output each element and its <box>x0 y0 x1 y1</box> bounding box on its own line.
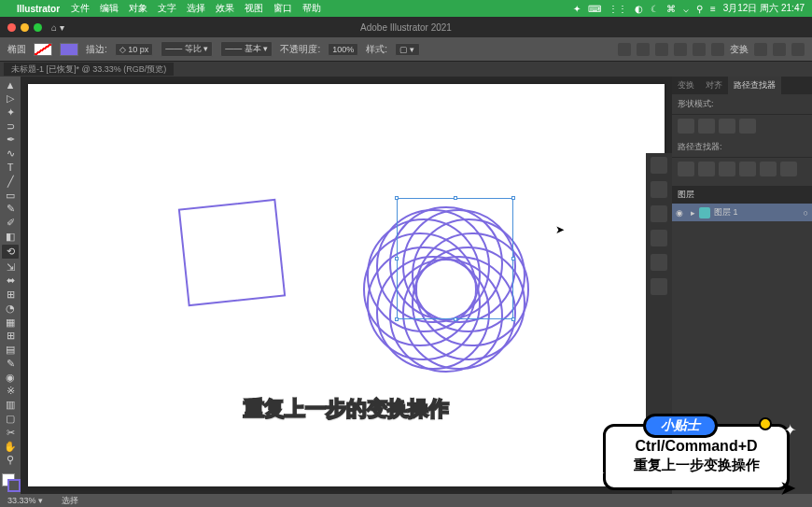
rectangle-tool[interactable]: ▭ <box>1 189 20 202</box>
mesh-tool[interactable]: ⊞ <box>1 330 20 343</box>
panel-icon[interactable] <box>651 181 667 198</box>
tab-transform[interactable]: 变换 <box>672 77 700 94</box>
brush-select[interactable]: —— 基本 ▾ <box>220 41 273 57</box>
window-close-icon[interactable] <box>7 23 16 32</box>
artboard-tool[interactable]: ▢ <box>1 413 20 426</box>
menu-window[interactable]: 窗口 <box>273 2 292 15</box>
app-name[interactable]: Illustrator <box>17 4 60 14</box>
blend-tool[interactable]: ◉ <box>1 371 20 384</box>
pen-tool[interactable]: ✒ <box>1 134 20 147</box>
moon-icon[interactable]: ☾ <box>651 4 659 14</box>
artboard[interactable]: ➤ 重复上一步的变换操作 <box>28 84 665 486</box>
layer-name[interactable]: 图层 1 <box>714 206 738 218</box>
tab-align[interactable]: 对齐 <box>700 77 728 94</box>
minus-front-button[interactable] <box>698 119 715 134</box>
opacity-input[interactable]: 100% <box>328 43 358 56</box>
shape-builder-tool[interactable]: ◔ <box>1 302 20 315</box>
graph-tool[interactable]: ▥ <box>1 399 20 412</box>
magic-wand-tool[interactable]: ✦ <box>1 106 20 120</box>
align-button[interactable] <box>655 43 668 56</box>
rectangle-shape[interactable] <box>178 199 286 306</box>
selection-tool[interactable]: ▲ <box>1 78 20 92</box>
wifi-icon[interactable]: ⌵ <box>683 4 689 14</box>
stroke-swatch[interactable] <box>60 43 78 56</box>
eraser-tool[interactable]: ◧ <box>1 230 20 243</box>
menu-object[interactable]: 对象 <box>129 2 147 15</box>
scale-tool[interactable]: ⇲ <box>1 261 20 274</box>
align-button[interactable] <box>618 43 631 56</box>
unite-button[interactable] <box>678 119 694 134</box>
search-icon[interactable]: ⚲ <box>696 4 703 14</box>
zoom-level[interactable]: 33.33% ▾ <box>7 496 43 505</box>
outline-button[interactable] <box>760 162 777 176</box>
shaper-tool[interactable]: ✐ <box>1 217 20 230</box>
home-icon[interactable]: ⌂ ▾ <box>51 22 64 33</box>
divide-button[interactable] <box>678 162 694 176</box>
menu-file[interactable]: 文件 <box>71 2 90 15</box>
tip-callout: ✦ ✦ 小贴士 Ctrl/Command+D 重复上一步变换操作 ➤ <box>603 424 790 490</box>
width-tool[interactable]: ⬌ <box>1 275 20 288</box>
align-button[interactable] <box>693 43 706 56</box>
misc-button[interactable] <box>773 43 786 56</box>
fill-swatch[interactable] <box>34 43 52 56</box>
selection-bounding-box[interactable] <box>397 198 513 319</box>
expand-icon[interactable]: ▸ <box>691 208 695 218</box>
fill-stroke-control[interactable] <box>0 472 21 492</box>
lasso-tool[interactable]: ⊃ <box>1 120 20 133</box>
crop-button[interactable] <box>739 162 756 176</box>
menu-help[interactable]: 帮助 <box>302 2 321 15</box>
panel-icon[interactable] <box>651 278 667 295</box>
date-time[interactable]: 3月12日 周六 21:47 <box>723 2 805 15</box>
transform-label[interactable]: 变换 <box>730 43 749 56</box>
line-tool[interactable]: ╱ <box>1 175 20 188</box>
intersect-button[interactable] <box>719 119 735 134</box>
brush-tool[interactable]: ✎ <box>1 203 20 216</box>
stroke-weight-input[interactable]: ◇ 10 px <box>115 43 154 56</box>
menu-select[interactable]: 选择 <box>187 2 205 15</box>
panel-icon[interactable] <box>651 157 667 174</box>
menu-effect[interactable]: 效果 <box>216 2 234 15</box>
align-button[interactable] <box>711 43 724 56</box>
misc-button[interactable] <box>791 43 805 56</box>
layer-row[interactable]: ◉ ▸ 图层 1 ○ <box>672 204 812 221</box>
profile-select[interactable]: —— 等比 ▾ <box>161 41 213 57</box>
trim-button[interactable] <box>698 162 715 176</box>
gradient-tool[interactable]: ▤ <box>1 344 20 357</box>
minus-back-button[interactable] <box>780 162 797 176</box>
eyedropper-tool[interactable]: ✎ <box>1 358 20 371</box>
free-transform-tool[interactable]: ⊞ <box>1 289 20 302</box>
direct-selection-tool[interactable]: ▷ <box>1 92 20 106</box>
symbol-tool[interactable]: ※ <box>1 385 20 398</box>
wifi-icon[interactable]: ⋮⋮ <box>609 4 627 14</box>
layers-panel-title[interactable]: 图层 <box>672 186 812 204</box>
slice-tool[interactable]: ✂ <box>1 426 20 439</box>
rotate-tool[interactable]: ⟲ <box>1 244 20 260</box>
zoom-tool[interactable]: ⚲ <box>1 454 20 467</box>
menu-type[interactable]: 文字 <box>158 2 176 15</box>
sparkle-icon: ✦ <box>784 421 796 439</box>
tab-pathfinder[interactable]: 路径查找器 <box>728 77 781 94</box>
visibility-toggle-icon[interactable]: ◉ <box>676 208 687 218</box>
window-minimize-icon[interactable] <box>21 23 29 32</box>
align-button[interactable] <box>674 43 687 56</box>
exclude-button[interactable] <box>739 119 756 134</box>
misc-button[interactable] <box>754 43 767 56</box>
document-tab[interactable]: 未标题-1 [已恢复]* @ 33.33% (RGB/预览) <box>4 63 174 76</box>
panel-icon[interactable] <box>651 230 667 246</box>
style-select[interactable]: ▢ ▾ <box>395 43 420 56</box>
canvas[interactable]: ➤ 重复上一步的变换操作 <box>21 77 672 494</box>
control-center-icon[interactable]: ⌘ <box>666 4 676 14</box>
target-icon[interactable]: ○ <box>804 208 808 218</box>
align-button[interactable] <box>637 43 650 56</box>
curvature-tool[interactable]: ∿ <box>1 148 20 161</box>
panel-icon[interactable] <box>651 205 667 222</box>
menu-edit[interactable]: 编辑 <box>100 2 119 15</box>
type-tool[interactable]: T <box>1 162 20 175</box>
panel-icon[interactable] <box>651 254 667 271</box>
merge-button[interactable] <box>719 162 735 176</box>
menu-icon[interactable]: ≡ <box>710 4 716 14</box>
menu-view[interactable]: 视图 <box>245 2 263 15</box>
hand-tool[interactable]: ✋ <box>1 440 20 453</box>
window-maximize-icon[interactable] <box>34 23 42 32</box>
perspective-tool[interactable]: ▦ <box>1 316 20 329</box>
